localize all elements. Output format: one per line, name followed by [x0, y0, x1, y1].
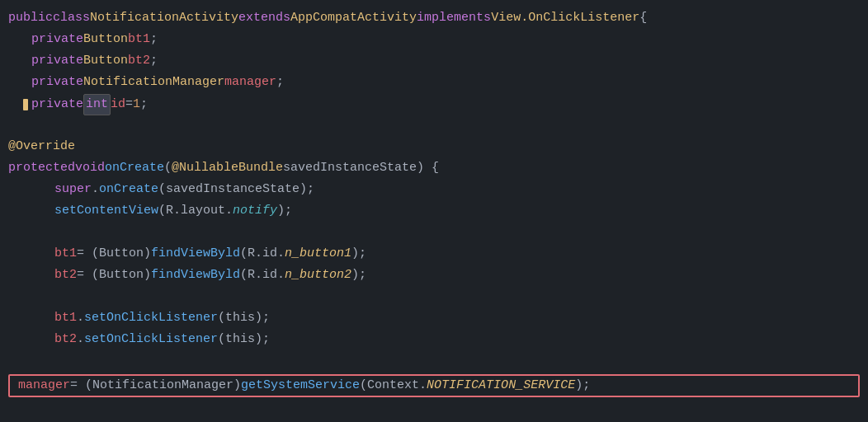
code-line-8: super . onCreate (savedInstanceState);	[46, 180, 868, 201]
method-setclick1: setOnClickListener	[84, 308, 218, 328]
equals: =	[125, 95, 133, 115]
dot1: .	[92, 180, 99, 199]
close-paren: );	[277, 201, 292, 221]
this1: (this);	[218, 308, 270, 328]
code-line-3: private Button bt2 ;	[23, 51, 868, 73]
type-bundle: Bundle	[238, 158, 283, 178]
code-line-1: public class NotificationActivity extend…	[0, 8, 868, 30]
layout-notify: notify	[233, 201, 277, 221]
assign: = (Button)	[77, 244, 151, 264]
close-paren1: );	[351, 244, 366, 264]
semicolon2: ;	[150, 51, 158, 71]
code-line-11: bt2 = (Button) findViewByld (R.id. n_but…	[46, 265, 868, 287]
kw-private4: private	[31, 95, 83, 115]
close-paren2: );	[351, 265, 366, 285]
left-marker	[23, 99, 28, 110]
assign2: = (Button)	[77, 265, 151, 285]
kw-private2: private	[31, 51, 83, 71]
var-manager: manager	[224, 73, 276, 92]
method-setclick2: setOnClickListener	[84, 330, 218, 349]
param-saved: savedInstanceState) {	[283, 158, 439, 178]
blank-line-2	[0, 223, 868, 244]
code-line-12: bt1 . setOnClickListener (this);	[46, 308, 868, 330]
keyword-implements: implements	[417, 8, 491, 28]
kw-super: super	[54, 180, 92, 199]
blank-line-1	[0, 115, 868, 137]
close-paren-manager: );	[575, 376, 590, 396]
paren-open: (	[164, 158, 172, 178]
annotation-nullable: @Nullable	[172, 158, 238, 178]
method-getsystemservice: getSystemService	[241, 376, 360, 396]
code-line-13: bt2 . setOnClickListener (this);	[46, 330, 868, 351]
kw-private3: private	[31, 73, 83, 92]
method-findview2: findViewByld	[151, 265, 240, 285]
var-bt1-ref: bt1	[54, 244, 77, 264]
method-findview1: findViewByld	[151, 244, 240, 264]
context-dot: (Context.	[360, 376, 427, 396]
blank-line-5	[0, 399, 868, 420]
code-line-4: private NotificationManager manager ;	[23, 73, 868, 94]
code-line-14-highlighted: manager = (NotificationManager) getSyste…	[8, 374, 860, 397]
kw-private: private	[31, 30, 83, 49]
var-id: id	[111, 95, 125, 115]
method-oncreate: onCreate	[105, 158, 164, 178]
keyword-class: class	[53, 8, 90, 28]
keyword-extends: extends	[238, 8, 290, 28]
var-bt1-ref2: bt1	[54, 308, 77, 328]
interface-name: View.OnClickListener	[491, 8, 639, 28]
id-n-button1: n_button1	[285, 244, 351, 264]
method-super-oncreate: onCreate	[99, 180, 158, 199]
code-line-2: private Button bt1 ;	[23, 30, 868, 51]
semicolon4: ;	[140, 95, 148, 115]
open-brace: {	[639, 8, 647, 28]
int-highlight: int	[83, 94, 111, 115]
type-button: Button	[83, 30, 128, 49]
const-notif-service: NOTIFICATION_SERVICE	[427, 376, 575, 396]
annotation-override: @Override	[8, 137, 75, 157]
call-saved: (savedInstanceState);	[158, 180, 314, 199]
code-block: public class NotificationActivity extend…	[0, 0, 868, 422]
dot-click1: .	[77, 308, 84, 328]
var-bt1: bt1	[128, 30, 150, 49]
var-bt2: bt2	[128, 51, 150, 71]
code-line-5: private int id = 1 ;	[23, 94, 868, 115]
rid2: (R.id.	[240, 265, 285, 285]
type-notif: NotificationManager	[83, 73, 224, 92]
code-line-9: setContentView (R.layout. notify );	[46, 201, 868, 223]
type-button2: Button	[83, 51, 128, 71]
dot-click2: .	[77, 330, 84, 349]
parent-class: AppCompatActivity	[290, 8, 417, 28]
blank-line-3	[0, 287, 868, 308]
code-line-7: protected void onCreate ( @Nullable Bund…	[0, 158, 868, 180]
assign-manager: = (NotificationManager)	[70, 376, 241, 396]
rid1: (R.id.	[240, 244, 285, 264]
var-bt2-ref2: bt2	[54, 330, 77, 349]
val-1: 1	[133, 95, 140, 115]
var-bt2-ref: bt2	[54, 265, 77, 285]
kw-void: void	[75, 158, 105, 178]
id-n-button2: n_button2	[285, 265, 351, 285]
var-manager-ref: manager	[18, 376, 70, 396]
blank-line-4	[0, 351, 868, 373]
keyword-public: public	[8, 8, 53, 28]
this2: (this);	[218, 330, 270, 349]
semicolon3: ;	[276, 73, 284, 92]
method-setcontentview: setContentView	[54, 201, 158, 221]
kw-protected: protected	[8, 158, 75, 178]
classname: NotificationActivity	[90, 8, 238, 28]
semicolon: ;	[150, 30, 158, 49]
code-line-10: bt1 = (Button) findViewByld (R.id. n_but…	[46, 244, 868, 265]
rlayout: (R.layout.	[158, 201, 233, 221]
code-line-6: @Override	[0, 137, 868, 158]
